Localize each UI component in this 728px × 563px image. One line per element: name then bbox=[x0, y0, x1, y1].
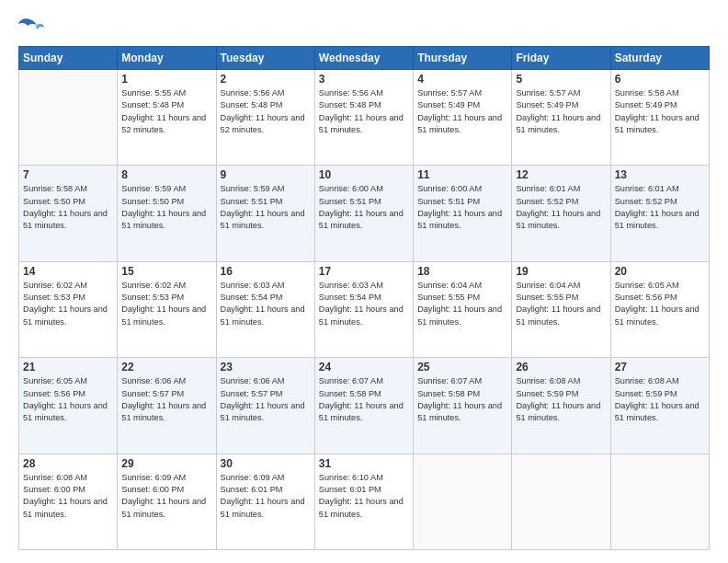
day-number: 29 bbox=[121, 457, 211, 470]
day-number: 17 bbox=[319, 265, 409, 278]
weekday-header-sunday: Sunday bbox=[19, 47, 118, 70]
calendar-cell bbox=[414, 454, 512, 549]
day-number: 14 bbox=[23, 265, 113, 278]
day-number: 28 bbox=[23, 457, 113, 470]
calendar-cell: 8Sunrise: 5:59 AMSunset: 5:50 PMDaylight… bbox=[118, 166, 216, 261]
day-info: Sunrise: 5:57 AMSunset: 5:49 PMDaylight:… bbox=[516, 87, 606, 136]
weekday-header-friday: Friday bbox=[512, 47, 610, 70]
day-info: Sunrise: 5:59 AMSunset: 5:51 PMDaylight:… bbox=[221, 183, 311, 232]
weekday-header-monday: Monday bbox=[118, 47, 216, 70]
day-number: 5 bbox=[516, 73, 606, 86]
calendar-cell: 11Sunrise: 6:00 AMSunset: 5:51 PMDayligh… bbox=[414, 166, 512, 261]
day-info: Sunrise: 5:59 AMSunset: 5:50 PMDaylight:… bbox=[121, 183, 211, 232]
day-info: Sunrise: 6:10 AMSunset: 6:01 PMDaylight:… bbox=[319, 472, 409, 521]
day-info: Sunrise: 6:08 AMSunset: 6:00 PMDaylight:… bbox=[23, 472, 113, 521]
calendar-cell: 26Sunrise: 6:08 AMSunset: 5:59 PMDayligh… bbox=[512, 358, 610, 454]
weekday-header-thursday: Thursday bbox=[414, 47, 512, 70]
calendar-cell: 19Sunrise: 6:04 AMSunset: 5:55 PMDayligh… bbox=[512, 261, 610, 357]
day-number: 25 bbox=[417, 361, 507, 373]
day-info: Sunrise: 6:04 AMSunset: 5:55 PMDaylight:… bbox=[417, 280, 507, 328]
day-number: 12 bbox=[516, 168, 606, 181]
calendar-cell: 29Sunrise: 6:09 AMSunset: 6:00 PMDayligh… bbox=[118, 454, 216, 549]
calendar-cell: 3Sunrise: 5:56 AMSunset: 5:48 PMDaylight… bbox=[314, 70, 413, 166]
calendar-cell: 13Sunrise: 6:01 AMSunset: 5:52 PMDayligh… bbox=[610, 166, 709, 261]
day-number: 6 bbox=[615, 73, 705, 86]
calendar-cell: 1Sunrise: 5:55 AMSunset: 5:48 PMDaylight… bbox=[118, 70, 216, 166]
day-number: 30 bbox=[221, 457, 311, 470]
logo-icon bbox=[18, 17, 44, 37]
day-info: Sunrise: 6:02 AMSunset: 5:53 PMDaylight:… bbox=[23, 280, 113, 328]
calendar-week-5: 28Sunrise: 6:08 AMSunset: 6:00 PMDayligh… bbox=[19, 454, 710, 549]
day-number: 7 bbox=[23, 168, 113, 181]
day-info: Sunrise: 6:00 AMSunset: 5:51 PMDaylight:… bbox=[417, 183, 507, 232]
day-info: Sunrise: 5:58 AMSunset: 5:49 PMDaylight:… bbox=[615, 87, 705, 136]
day-info: Sunrise: 5:58 AMSunset: 5:50 PMDaylight:… bbox=[23, 183, 113, 232]
day-info: Sunrise: 5:57 AMSunset: 5:49 PMDaylight:… bbox=[417, 87, 507, 136]
day-number: 22 bbox=[121, 361, 211, 373]
day-info: Sunrise: 6:07 AMSunset: 5:58 PMDaylight:… bbox=[417, 375, 507, 424]
day-info: Sunrise: 6:02 AMSunset: 5:53 PMDaylight:… bbox=[121, 280, 211, 328]
calendar-cell bbox=[512, 454, 610, 549]
day-number: 21 bbox=[23, 361, 113, 373]
day-number: 31 bbox=[319, 457, 409, 470]
calendar-cell: 5Sunrise: 5:57 AMSunset: 5:49 PMDaylight… bbox=[512, 70, 610, 166]
calendar-cell: 7Sunrise: 5:58 AMSunset: 5:50 PMDaylight… bbox=[19, 166, 118, 261]
day-info: Sunrise: 6:09 AMSunset: 6:01 PMDaylight:… bbox=[221, 472, 311, 521]
calendar-week-3: 14Sunrise: 6:02 AMSunset: 5:53 PMDayligh… bbox=[19, 261, 710, 357]
day-number: 4 bbox=[417, 73, 507, 86]
calendar-cell: 14Sunrise: 6:02 AMSunset: 5:53 PMDayligh… bbox=[19, 261, 118, 357]
calendar-cell: 28Sunrise: 6:08 AMSunset: 6:00 PMDayligh… bbox=[19, 454, 118, 549]
day-number: 18 bbox=[417, 265, 507, 278]
day-number: 9 bbox=[221, 168, 311, 181]
day-info: Sunrise: 6:05 AMSunset: 5:56 PMDaylight:… bbox=[23, 375, 113, 424]
calendar-cell: 20Sunrise: 6:05 AMSunset: 5:56 PMDayligh… bbox=[610, 261, 709, 357]
day-info: Sunrise: 6:04 AMSunset: 5:55 PMDaylight:… bbox=[516, 280, 606, 328]
calendar-cell: 10Sunrise: 6:00 AMSunset: 5:51 PMDayligh… bbox=[314, 166, 413, 261]
calendar-cell: 27Sunrise: 6:08 AMSunset: 5:59 PMDayligh… bbox=[610, 358, 709, 454]
day-number: 19 bbox=[516, 265, 606, 278]
day-info: Sunrise: 6:03 AMSunset: 5:54 PMDaylight:… bbox=[221, 280, 311, 328]
page-header bbox=[18, 17, 710, 37]
day-number: 3 bbox=[319, 73, 409, 86]
day-info: Sunrise: 6:03 AMSunset: 5:54 PMDaylight:… bbox=[319, 280, 409, 328]
day-number: 27 bbox=[615, 361, 705, 373]
day-number: 26 bbox=[516, 361, 606, 373]
logo bbox=[18, 17, 48, 37]
calendar-cell: 31Sunrise: 6:10 AMSunset: 6:01 PMDayligh… bbox=[314, 454, 413, 549]
day-info: Sunrise: 6:08 AMSunset: 5:59 PMDaylight:… bbox=[516, 375, 606, 424]
calendar-cell: 15Sunrise: 6:02 AMSunset: 5:53 PMDayligh… bbox=[118, 261, 216, 357]
day-info: Sunrise: 6:01 AMSunset: 5:52 PMDaylight:… bbox=[516, 183, 606, 232]
calendar-cell: 6Sunrise: 5:58 AMSunset: 5:49 PMDaylight… bbox=[610, 70, 709, 166]
day-number: 15 bbox=[121, 265, 211, 278]
calendar-cell: 30Sunrise: 6:09 AMSunset: 6:01 PMDayligh… bbox=[216, 454, 314, 549]
calendar-cell: 4Sunrise: 5:57 AMSunset: 5:49 PMDaylight… bbox=[414, 70, 512, 166]
day-info: Sunrise: 6:09 AMSunset: 6:00 PMDaylight:… bbox=[121, 472, 211, 521]
weekday-header-tuesday: Tuesday bbox=[216, 47, 314, 70]
day-info: Sunrise: 5:56 AMSunset: 5:48 PMDaylight:… bbox=[319, 87, 409, 136]
calendar-cell bbox=[19, 70, 118, 166]
day-number: 23 bbox=[221, 361, 311, 373]
calendar-week-1: 1Sunrise: 5:55 AMSunset: 5:48 PMDaylight… bbox=[19, 70, 710, 166]
day-number: 24 bbox=[319, 361, 409, 373]
calendar-week-2: 7Sunrise: 5:58 AMSunset: 5:50 PMDaylight… bbox=[19, 166, 710, 261]
day-info: Sunrise: 5:56 AMSunset: 5:48 PMDaylight:… bbox=[221, 87, 311, 136]
calendar-cell: 2Sunrise: 5:56 AMSunset: 5:48 PMDaylight… bbox=[216, 70, 314, 166]
weekday-header-row: SundayMondayTuesdayWednesdayThursdayFrid… bbox=[19, 47, 710, 70]
calendar-page: SundayMondayTuesdayWednesdayThursdayFrid… bbox=[0, 0, 728, 563]
day-number: 20 bbox=[615, 265, 705, 278]
calendar-table: SundayMondayTuesdayWednesdayThursdayFrid… bbox=[18, 46, 710, 550]
calendar-cell: 17Sunrise: 6:03 AMSunset: 5:54 PMDayligh… bbox=[314, 261, 413, 357]
day-info: Sunrise: 6:05 AMSunset: 5:56 PMDaylight:… bbox=[615, 280, 705, 328]
weekday-header-wednesday: Wednesday bbox=[314, 47, 413, 70]
day-info: Sunrise: 6:06 AMSunset: 5:57 PMDaylight:… bbox=[221, 375, 311, 424]
day-number: 1 bbox=[121, 73, 211, 86]
day-info: Sunrise: 6:07 AMSunset: 5:58 PMDaylight:… bbox=[319, 375, 409, 424]
day-number: 11 bbox=[417, 168, 507, 181]
weekday-header-saturday: Saturday bbox=[610, 47, 709, 70]
day-number: 10 bbox=[319, 168, 409, 181]
calendar-cell: 22Sunrise: 6:06 AMSunset: 5:57 PMDayligh… bbox=[118, 358, 216, 454]
day-number: 2 bbox=[221, 73, 311, 86]
calendar-cell: 25Sunrise: 6:07 AMSunset: 5:58 PMDayligh… bbox=[414, 358, 512, 454]
day-number: 16 bbox=[221, 265, 311, 278]
calendar-cell: 18Sunrise: 6:04 AMSunset: 5:55 PMDayligh… bbox=[414, 261, 512, 357]
